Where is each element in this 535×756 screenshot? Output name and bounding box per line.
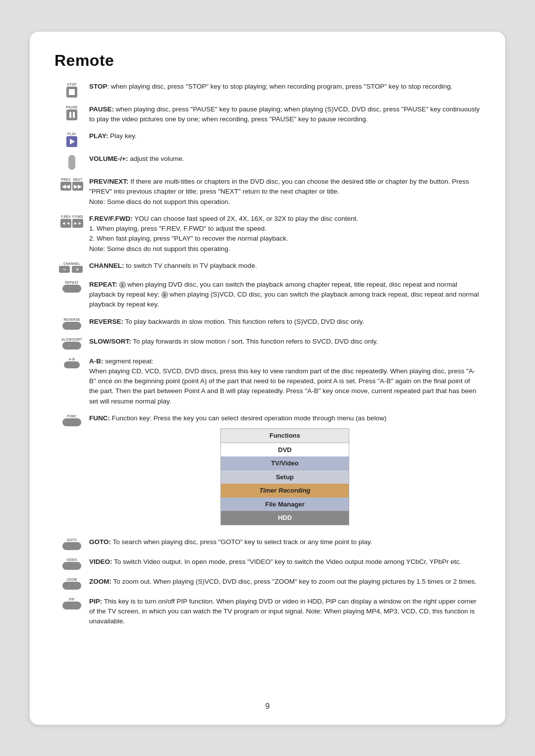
- fn-tvvideo: TV/Video: [221, 456, 349, 470]
- volume-icon: [68, 155, 75, 170]
- entry-reverse: REVERSE REVERSE: To play backwards in sl…: [54, 317, 481, 330]
- pip-icon-col: PIP: [54, 597, 89, 609]
- page: Remote STOP STOP: when playing disc, pre…: [30, 32, 505, 725]
- zoom-icon-col: ZOOM: [54, 577, 89, 590]
- pip-label: PIP: [69, 598, 74, 601]
- func-text: FUNC: Function key: Press the key you ca…: [89, 413, 481, 530]
- pip-text: PIP: This key is to turn on/off PIP func…: [89, 597, 481, 627]
- entry-volume: VOLUME-/+: adjust the volume.: [54, 154, 481, 170]
- video-icon: [62, 562, 81, 570]
- slowsort-text: SLOW/SORT: To play forwards in slow moti…: [89, 337, 481, 347]
- prev-icon: ◀◀: [60, 182, 71, 191]
- ab-text: A-B: segment repeat: When playing CD, VC…: [89, 356, 481, 406]
- video-text: VIDEO: To switch Video output. In open m…: [89, 557, 481, 567]
- pause-text: PAUSE: when playing disc, press "PAUSE" …: [89, 104, 481, 125]
- entry-goto: GOTO GOTO: To search when playing disc, …: [54, 537, 481, 550]
- fn-hdd: HDD: [221, 511, 349, 525]
- stop-text: STOP: when playing disc, press "STOP" ke…: [89, 82, 481, 92]
- circle-2: ②: [161, 292, 168, 298]
- ffwd-icon: ►►: [72, 219, 83, 228]
- functions-header: Functions: [221, 429, 349, 443]
- pip-icon: [62, 602, 81, 609]
- frevffwd-text: F.REV/F.FWD: YOU can choose fast speed o…: [89, 214, 481, 254]
- video-label: VIDEO: [66, 558, 77, 561]
- entry-pause: PAUSE PAUSE: when playing disc, press "P…: [54, 104, 481, 125]
- entry-ab: A-B A-B: segment repeat: When playing CD…: [54, 356, 481, 406]
- entry-slowsort: SLOW/SORT SLOW/SORT: To play forwards in…: [54, 337, 481, 350]
- play-triangle: [70, 139, 75, 145]
- entry-func: FUNC FUNC: Function key: Press the key y…: [54, 413, 481, 530]
- play-label: PLAY: [67, 132, 76, 136]
- entry-stop: STOP STOP: when playing disc, press "STO…: [54, 82, 481, 98]
- entry-play: PLAY PLAY: Play key.: [54, 131, 481, 147]
- next-icon: ▶▶: [72, 182, 83, 191]
- page-number: 9: [266, 702, 270, 711]
- stop-icon-inner: [69, 89, 75, 95]
- fn-filemanager: File Manager: [221, 498, 349, 511]
- reverse-text: REVERSE: To play backwards in slow motio…: [89, 317, 481, 327]
- stop-icon: [66, 87, 77, 98]
- entry-frevffwd: F.REV ◄◄ F.FWD ►► F.REV/F.FWD: YOU can c…: [54, 214, 481, 254]
- func-icon-col: FUNC: [54, 413, 89, 426]
- pause-bar-2: [73, 112, 75, 118]
- repeat-icon-col: REPEAT: [54, 280, 89, 293]
- reverse-icon-col: REVERSE: [54, 317, 89, 330]
- ab-icon-col: A-B: [54, 356, 89, 368]
- volume-icon-col: [54, 154, 89, 170]
- channel-plus-icon: +: [72, 266, 83, 273]
- func-icon: [62, 418, 81, 426]
- channel-minus-icon: −: [59, 266, 70, 273]
- repeat-text: REPEAT: ① when playing DVD disc, you can…: [89, 280, 481, 310]
- pause-bar-1: [69, 112, 71, 118]
- prevnext-icon-col: PREV ◀◀ NEXT ▶▶: [54, 177, 89, 191]
- channel-icon-col: ← CHANNEL → − +: [54, 261, 89, 273]
- slowsort-label: SLOW/SORT: [61, 338, 82, 341]
- page-title: Remote: [54, 51, 114, 69]
- pause-icon: [66, 109, 77, 120]
- zoom-icon: [62, 582, 81, 590]
- goto-label: GOTO: [67, 538, 77, 542]
- repeat-icon: [62, 285, 81, 293]
- ab-icon: [64, 361, 80, 368]
- stop-label: STOP: [67, 83, 77, 86]
- frev-icon: ◄◄: [60, 219, 71, 228]
- pause-icon-col: PAUSE: [54, 104, 89, 120]
- ab-label: A-B: [69, 357, 75, 361]
- reverse-label: REVERSE: [63, 318, 80, 321]
- entry-pip: PIP PIP: This key is to turn on/off PIP …: [54, 597, 481, 627]
- func-label: FUNC: [67, 414, 76, 418]
- reverse-icon: [62, 322, 81, 330]
- frev-label: F.REV: [61, 215, 71, 218]
- stop-icon-col: STOP: [54, 82, 89, 98]
- goto-icon: [62, 542, 81, 550]
- entry-prevnext: PREV ◀◀ NEXT ▶▶ PREV/NEXT: If there are …: [54, 177, 481, 207]
- functions-table: Functions DVD TV/Video Setup Timer Recor…: [220, 428, 349, 525]
- entry-repeat: REPEAT REPEAT: ① when playing DVD disc, …: [54, 280, 481, 310]
- slowsort-icon-col: SLOW/SORT: [54, 337, 89, 350]
- entry-video: VIDEO VIDEO: To switch Video output. In …: [54, 557, 481, 570]
- title-section: Remote: [54, 51, 481, 70]
- fn-setup: Setup: [221, 470, 349, 484]
- video-icon-col: VIDEO: [54, 557, 89, 570]
- entry-channel: ← CHANNEL → − + CHANNEL: to switch TV ch…: [54, 261, 481, 273]
- prevnext-text: PREV/NEXT: If there are multi-titles or …: [89, 177, 481, 207]
- frevffwd-icon-col: F.REV ◄◄ F.FWD ►►: [54, 214, 89, 228]
- slowsort-icon: [62, 342, 81, 350]
- goto-icon-col: GOTO: [54, 537, 89, 550]
- play-text: PLAY: Play key.: [89, 131, 481, 141]
- entry-zoom: ZOOM ZOOM: To zoom out. When playing (S)…: [54, 577, 481, 590]
- fn-timer-recording: Timer Recording: [221, 484, 349, 498]
- channel-label: ← CHANNEL →: [59, 262, 85, 265]
- circle-1: ①: [119, 282, 126, 288]
- play-icon: [66, 136, 77, 147]
- repeat-label: REPEAT: [65, 281, 79, 284]
- zoom-text: ZOOM: To zoom out. When playing (S)VCD, …: [89, 577, 481, 587]
- next-label: NEXT: [73, 178, 83, 181]
- channel-text: CHANNEL: to switch TV channels in TV pla…: [89, 261, 481, 271]
- pause-label: PAUSE: [66, 105, 77, 109]
- content-area: STOP STOP: when playing disc, press "STO…: [54, 82, 481, 634]
- volume-text: VOLUME-/+: adjust the volume.: [89, 154, 481, 164]
- fn-dvd: DVD: [221, 443, 349, 456]
- zoom-label: ZOOM: [67, 578, 77, 581]
- prev-label: PREV: [61, 178, 71, 181]
